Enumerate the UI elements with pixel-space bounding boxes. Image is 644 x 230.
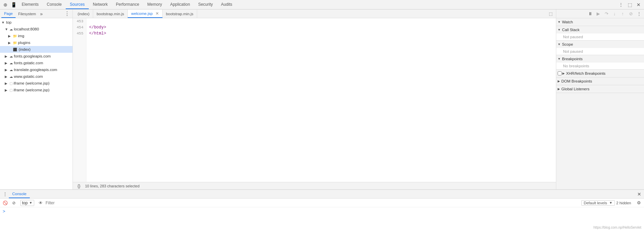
console-filter-input[interactable]: [46, 201, 580, 205]
cloud-icon-fonts-google: ☁: [9, 54, 13, 58]
dom-arrow: ▶: [558, 79, 560, 83]
dom-label: DOM Breakpoints: [561, 79, 592, 83]
tree-item-fonts-gstatic[interactable]: ▶ ☁ fonts.gstatic.com: [0, 60, 72, 66]
default-levels-label: Default levels: [584, 201, 607, 205]
context-selector[interactable]: top ▼: [20, 200, 34, 206]
tree-item-index[interactable]: ⬛ (index): [0, 46, 72, 53]
tab-network[interactable]: Network: [89, 0, 112, 9]
tab-memory[interactable]: Memory: [143, 0, 166, 9]
tree-item-top[interactable]: ▼ top: [0, 19, 72, 26]
sidebar-tab-filesystem[interactable]: Filesystem: [16, 9, 39, 18]
dock-icon[interactable]: ⬚: [626, 1, 634, 9]
inspect-icon[interactable]: ⊕: [1, 1, 9, 9]
console-tab-console[interactable]: Console: [9, 190, 30, 198]
global-listeners-header[interactable]: ▶ Global Listeners: [556, 85, 644, 93]
tree-item-img[interactable]: ▶ 📁 img: [0, 32, 72, 39]
scope-section: ▼ Scope Not paused: [556, 41, 644, 55]
code-tab-bootstrap1[interactable]: bootstrap.min.js: [93, 9, 128, 18]
pause-btn[interactable]: ⏸: [586, 10, 594, 18]
hidden-count: 2 hidden: [616, 201, 632, 205]
tree-arrow-fonts-google: ▶: [5, 54, 9, 58]
tab-console[interactable]: Console: [43, 0, 66, 9]
code-tab-label-index: (index): [78, 12, 89, 16]
sidebar-tab-page[interactable]: Page: [1, 9, 16, 18]
tree-item-localhost[interactable]: ▼ ☁ localhost:8080: [0, 26, 72, 32]
clear-console-btn[interactable]: 🚫: [1, 199, 9, 207]
tree-arrow-img: ▶: [8, 34, 13, 38]
default-levels-selector[interactable]: Default levels ▼: [581, 200, 615, 206]
device-icon[interactable]: 📱: [9, 1, 18, 9]
call-stack-header[interactable]: ▼ Call Stack: [556, 26, 644, 33]
tree-arrow-plugins: ▶: [8, 41, 13, 45]
scope-header[interactable]: ▼ Scope: [556, 41, 644, 48]
console-eye-btn[interactable]: 👁: [37, 199, 44, 207]
xhr-header[interactable]: ▶ XHR/fetch Breakpoints: [556, 70, 644, 77]
tab-elements[interactable]: Elements: [18, 0, 43, 9]
line-num-454: 454: [76, 24, 83, 30]
more-tabs-icon[interactable]: ⋮: [617, 1, 625, 9]
step-over-btn[interactable]: ↷: [603, 10, 610, 18]
tree-item-www-gstatic[interactable]: ▶ ☁ www.gstatic.com: [0, 73, 72, 80]
code-tab-welcome[interactable]: welcome.jsp ✕: [128, 9, 162, 18]
code-tab-bootstrap2[interactable]: bootstrap.min.js: [163, 9, 197, 18]
tree-item-plugins[interactable]: ▶ 📁 plugins: [0, 39, 72, 46]
split-pane-icon[interactable]: ⬚: [546, 10, 555, 18]
step-into-btn[interactable]: ↓: [611, 10, 618, 18]
console-settings-btn[interactable]: ⚙: [635, 199, 643, 207]
watch-header[interactable]: ▼ Watch: [556, 18, 644, 26]
console-input[interactable]: [7, 209, 641, 214]
code-line-455: </html>: [89, 30, 553, 37]
tree-item-iframe-2[interactable]: ▶ ▢ iframe (welcome.jsp): [0, 87, 72, 93]
file-tree: ▼ top ▼ ☁ localhost:8080 ▶ 📁 img ▶: [0, 18, 72, 189]
resume-btn[interactable]: ▶: [595, 10, 602, 18]
format-code-btn[interactable]: {}: [76, 183, 82, 189]
tree-item-iframe-1[interactable]: ▶ ▢ iframe (welcome.jsp): [0, 80, 72, 87]
tree-label-iframe-1: iframe (welcome.jsp): [14, 81, 49, 85]
right-panel-content: ▼ Watch ▼ Call Stack Not paused: [556, 18, 644, 189]
code-tab-index[interactable]: (index): [74, 9, 93, 18]
tree-arrow-translate: ▶: [5, 68, 9, 72]
code-tag-body-close: </body>: [89, 25, 106, 30]
console-toggle-btn[interactable]: ⊘: [10, 199, 18, 207]
xhr-label: XHR/fetch Breakpoints: [566, 71, 605, 75]
call-stack-status: Not paused: [563, 35, 583, 39]
code-tab-close-welcome[interactable]: ✕: [155, 11, 159, 16]
sidebar-tabs-more[interactable]: »: [39, 11, 44, 17]
tab-performance[interactable]: Performance: [112, 0, 143, 9]
close-devtools-icon[interactable]: ✕: [635, 1, 643, 9]
line-numbers: 453 454 455: [73, 18, 86, 182]
code-lines[interactable]: </body> </html>: [86, 18, 556, 182]
code-line-453: [89, 18, 553, 24]
step-out-btn[interactable]: ↑: [619, 10, 626, 18]
tree-item-translate[interactable]: ▶ ☁ translate.googleapis.com: [0, 66, 72, 73]
xhr-section: ▶ XHR/fetch Breakpoints: [556, 70, 644, 77]
tree-label-plugins: plugins: [18, 41, 30, 45]
deactivate-breakpoints-btn[interactable]: ⊘: [627, 10, 635, 18]
breakpoints-label: Breakpoints: [562, 57, 583, 61]
dom-header[interactable]: ▶ DOM Breakpoints: [556, 77, 644, 85]
code-tab-bar: (index) bootstrap.min.js welcome.jsp ✕ b…: [73, 9, 556, 18]
tab-sources[interactable]: Sources: [66, 0, 89, 9]
tree-arrow-fonts-gstatic: ▶: [5, 61, 9, 65]
breakpoints-status: No breakpoints: [563, 64, 589, 68]
scope-arrow: ▼: [558, 43, 561, 46]
tab-application[interactable]: Application: [166, 0, 194, 9]
file-sidebar: Page Filesystem » ⋮ ▼ top ▼ ☁ localhost:…: [0, 9, 73, 189]
breakpoints-header[interactable]: ▼ Breakpoints: [556, 55, 644, 63]
main-container: Page Filesystem » ⋮ ▼ top ▼ ☁ localhost:…: [0, 9, 644, 230]
console-close-btn[interactable]: ✕: [636, 191, 643, 197]
tree-label-index: (index): [19, 47, 30, 51]
tree-label-localhost: localhost:8080: [14, 27, 39, 31]
code-panel: (index) bootstrap.min.js welcome.jsp ✕ b…: [73, 9, 556, 189]
tree-item-fonts-google[interactable]: ▶ ☁ fonts.googleapis.com: [0, 53, 72, 60]
sidebar-menu-btn[interactable]: ⋮: [63, 10, 71, 17]
xhr-checkbox[interactable]: [558, 71, 562, 75]
more-debugger-btn[interactable]: ⋮: [635, 10, 643, 18]
main-tab-bar: Elements Console Sources Network Perform…: [18, 0, 617, 9]
toolbar-right: ⋮ ⬚ ✕: [617, 1, 643, 9]
console-tab-bar-dots[interactable]: ⋮: [1, 191, 9, 197]
tab-audits[interactable]: Audits: [217, 0, 236, 9]
tab-security[interactable]: Security: [194, 0, 217, 9]
url-hint: https://blog.com.np/HelloServlet: [594, 226, 641, 229]
watch-arrow: ▼: [558, 20, 561, 24]
